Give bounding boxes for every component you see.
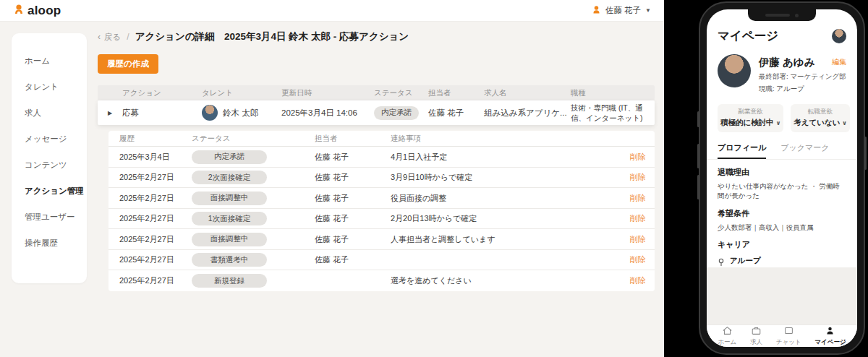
delete-history-button[interactable]: 削除 xyxy=(617,193,655,204)
job-change-intent-select[interactable]: 転職意欲 考えていない ∨ xyxy=(791,104,850,132)
history-row: 2025年2月27日 新規登録 選考を進めてください 削除 xyxy=(109,270,655,291)
delete-history-button[interactable]: 削除 xyxy=(617,254,655,265)
bottom-nav: ホーム 求人 チャット マイページ xyxy=(707,324,857,347)
person-icon xyxy=(825,325,835,338)
history-owner: 佐藤 花子 xyxy=(315,152,391,163)
create-history-button[interactable]: 履歴の作成 xyxy=(98,54,158,74)
back-label: 戻る xyxy=(104,32,121,43)
history-status-badge: 内定承諾 xyxy=(192,150,267,164)
user-menu[interactable]: 佐藤 花子 ▼ xyxy=(592,5,651,16)
sidebar-item-label: コンテンツ xyxy=(25,160,67,171)
header-avatar[interactable] xyxy=(832,29,846,43)
col-updated: 更新日時 xyxy=(281,88,374,98)
owner-cell: 佐藤 花子 xyxy=(428,108,484,119)
history-owner: 佐藤 花子 xyxy=(315,234,391,245)
delete-history-button[interactable]: 削除 xyxy=(617,152,655,163)
sidebar-item[interactable]: タレント xyxy=(12,74,87,100)
phone-mute-button xyxy=(697,111,699,127)
delete-history-button[interactable]: 削除 xyxy=(617,172,655,183)
tab-profile[interactable]: プロフィール xyxy=(718,142,766,159)
page-title: アクションの詳細 2025年3月4日 鈴木 太郎 - 応募アクション xyxy=(135,30,409,43)
screen-filler xyxy=(707,267,857,324)
history-note: 2月20日13時からで確定 xyxy=(391,213,617,224)
history-status-badge: 新規登録 xyxy=(192,274,267,288)
top-bar: aloop 佐藤 花子 ▼ xyxy=(0,0,664,22)
side-job-intent-label: 副業意欲 xyxy=(720,108,780,116)
phone-camera xyxy=(795,14,799,17)
sidebar-item[interactable]: 管理ユーザー xyxy=(12,204,87,230)
desired-conditions-section: 希望条件 少人数部署｜高収入｜役員直属 xyxy=(707,201,857,232)
nav-chat[interactable]: チャット xyxy=(776,325,801,347)
edit-profile-link[interactable]: 編集 xyxy=(832,57,846,67)
side-job-intent-value: 積極的に検討中 xyxy=(720,118,774,126)
mypage-title: マイページ xyxy=(718,28,778,44)
talent-avatar xyxy=(202,105,218,121)
sidebar-item[interactable]: コンテンツ xyxy=(12,152,87,178)
history-row: 2025年2月27日 書類選考中 佐藤 花子 削除 xyxy=(109,250,655,271)
main-content: ‹ 戻る / アクションの詳細 2025年3月4日 鈴木 太郎 - 応募アクショ… xyxy=(98,29,655,291)
history-table-header: 履歴 ステータス 担当者 連絡事項 xyxy=(109,131,655,147)
back-button[interactable]: ‹ 戻る xyxy=(98,32,121,43)
col-talent: タレント xyxy=(202,88,281,98)
chevron-down-icon: ∨ xyxy=(842,120,847,126)
history-status-badge: 書類選考中 xyxy=(192,253,267,267)
breadcrumb-separator: / xyxy=(127,32,129,42)
history-date: 2025年2月27日 xyxy=(119,172,192,183)
career-title: キャリア xyxy=(718,239,846,250)
nav-mypage-label: マイページ xyxy=(814,338,846,347)
nav-mypage[interactable]: マイページ xyxy=(814,325,846,347)
phone-notch xyxy=(748,9,816,21)
sidebar-item[interactable]: メッセージ xyxy=(12,126,87,152)
profile-current-job: 現職: アループ xyxy=(759,85,846,94)
profile-avatar xyxy=(718,54,751,87)
phone-volume-up-button xyxy=(697,144,699,168)
history-date: 2025年2月27日 xyxy=(119,275,192,286)
nav-jobs[interactable]: 求人 xyxy=(750,325,762,347)
status-badge: 内定承諾 xyxy=(374,106,419,120)
resignation-reason-body: やりたい仕事内容がなかった ・ 労働時間が長かった xyxy=(718,181,846,201)
category-cell: 技術・専門職 (IT、通信、インターネット) xyxy=(571,100,655,125)
sidebar-item[interactable]: ホーム xyxy=(12,48,87,74)
history-note: 役員面接の調整 xyxy=(391,193,617,204)
expand-row-icon[interactable]: ▶ xyxy=(108,110,112,116)
delete-history-button[interactable]: 削除 xyxy=(617,213,655,224)
desired-conditions-title: 希望条件 xyxy=(718,208,846,219)
updated-cell: 2025年3月4日 14:06 xyxy=(281,108,374,119)
action-table: アクション タレント 更新日時 ステータス 担当者 求人名 職種 ▶ 応募 鈴木… xyxy=(98,85,655,125)
history-owner: 佐藤 花子 xyxy=(315,213,391,224)
sidebar-item-label: 管理ユーザー xyxy=(25,212,75,223)
sidebar-item-label: タレント xyxy=(25,82,59,93)
sidebar-item-label: 求人 xyxy=(25,108,41,119)
delete-history-button[interactable]: 削除 xyxy=(617,234,655,245)
sidebar-item[interactable]: アクション管理 xyxy=(12,178,87,204)
delete-history-button[interactable]: 削除 xyxy=(617,275,655,286)
history-row: 2025年3月4日 内定承諾 佐藤 花子 4月1日入社予定 削除 xyxy=(109,147,655,168)
tab-bookmark[interactable]: ブックマーク xyxy=(780,142,829,159)
user-name: 佐藤 花子 xyxy=(605,5,641,16)
history-row: 2025年2月27日 1次面接確定 佐藤 花子 2月20日13時からで確定 削除 xyxy=(109,209,655,230)
history-date: 2025年2月27日 xyxy=(119,234,192,245)
history-date: 2025年2月27日 xyxy=(119,213,192,224)
phone-speaker xyxy=(765,14,790,17)
action-row[interactable]: ▶ 応募 鈴木 太郎 2025年3月4日 14:06 内定承諾 佐藤 花子 組み… xyxy=(98,100,655,125)
chat-icon xyxy=(783,325,794,338)
sidebar-item[interactable]: 操作履歴 xyxy=(12,230,87,256)
chevron-down-icon: ∨ xyxy=(776,120,781,126)
intent-selectors: 副業意欲 積極的に検討中 ∨ 転職意欲 考えていない ∨ xyxy=(707,94,857,132)
history-status-badge: 面接調整中 xyxy=(192,233,267,246)
nav-home[interactable]: ホーム xyxy=(718,325,736,347)
history-date: 2025年2月27日 xyxy=(119,254,192,265)
phone-volume-down-button xyxy=(697,175,699,199)
history-date: 2025年3月4日 xyxy=(119,152,192,163)
brand-logo[interactable]: aloop xyxy=(13,4,61,18)
side-job-intent-select[interactable]: 副業意欲 積極的に検討中 ∨ xyxy=(718,104,783,132)
col-job: 求人名 xyxy=(484,88,571,98)
sidebar-item[interactable]: 求人 xyxy=(12,100,87,126)
sidebar-item-label: アクション管理 xyxy=(25,186,84,197)
nav-jobs-label: 求人 xyxy=(750,338,762,347)
sidebar-item-label: メッセージ xyxy=(25,134,67,145)
history-table: 履歴 ステータス 担当者 連絡事項 2025年3月4日 内定承諾 佐藤 花子 4… xyxy=(109,131,655,291)
phone-mockup: マイページ 伊藤 あゆみ 最終部署: マーケティング部 現職: アループ 編集 … xyxy=(699,1,865,355)
job-cell: 組み込み系アプリケ... xyxy=(484,108,571,119)
career-company: アループ xyxy=(730,256,773,266)
